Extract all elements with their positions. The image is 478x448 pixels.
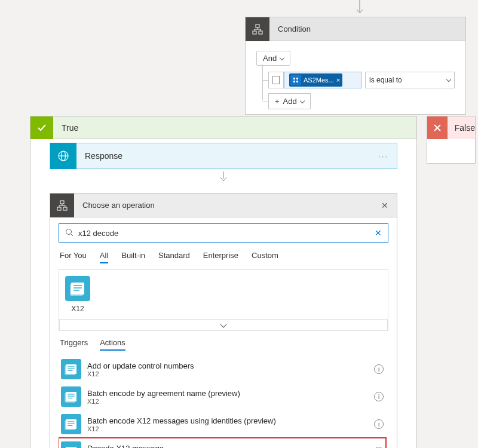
comparator-dropdown[interactable]: is equal to — [365, 72, 455, 88]
true-header[interactable]: True — [30, 116, 416, 139]
response-card[interactable]: Response ··· — [50, 143, 397, 169]
control-icon — [246, 17, 269, 41]
connector-x12[interactable]: X12 — [65, 276, 90, 313]
tab-custom[interactable]: Custom — [252, 251, 278, 263]
tree-line — [262, 102, 268, 102]
operation-chooser-body: ✕ For You All Built-in Standard Enterpri… — [50, 217, 397, 448]
tab-standard[interactable]: Standard — [158, 251, 190, 263]
operation-chooser-header: Choose an operation ✕ — [50, 194, 397, 217]
svg-rect-3 — [259, 31, 262, 34]
false-branch: False — [427, 116, 476, 164]
tab-actions[interactable]: Actions — [100, 338, 125, 351]
svg-rect-6 — [293, 81, 295, 82]
condition-header[interactable]: Condition — [246, 17, 465, 41]
condition-add-row: + Add — [268, 93, 455, 109]
condition-body: And AS2Mes... × is equal t — [246, 41, 465, 114]
info-icon[interactable]: i — [374, 419, 384, 429]
connector-name: X12 — [71, 305, 84, 313]
svg-line-16 — [71, 234, 73, 236]
condition-title: Condition — [278, 24, 311, 33]
action-list: Add or update control numbers X12 i Batc… — [59, 355, 388, 448]
add-label: Add — [283, 97, 297, 106]
chevron-down-icon — [299, 98, 304, 103]
svg-rect-31 — [66, 392, 76, 401]
action-title: Batch encode X12 messages using identiti… — [87, 416, 368, 425]
expand-connectors-button[interactable] — [59, 319, 388, 331]
response-title: Response — [85, 151, 378, 161]
connector-filter-tabs: For You All Built-in Standard Enterprise… — [60, 251, 387, 263]
action-title: Batch encode by agreement name (preview) — [87, 389, 368, 398]
cross-icon — [427, 116, 448, 139]
svg-rect-2 — [253, 31, 256, 34]
operation-chooser-title: Choose an operation — [82, 201, 381, 210]
tab-built-in[interactable]: Built-in — [121, 251, 145, 263]
x12-icon — [61, 386, 81, 407]
info-icon[interactable]: i — [374, 364, 384, 374]
svg-rect-13 — [57, 207, 61, 210]
dynamic-token[interactable]: AS2Mes... × — [289, 73, 342, 87]
operand-left[interactable]: AS2Mes... × — [284, 72, 361, 88]
svg-rect-14 — [63, 207, 67, 210]
more-icon[interactable]: ··· — [378, 152, 397, 161]
chevron-down-icon — [446, 77, 451, 82]
tab-all[interactable]: All — [100, 251, 108, 263]
tree-line — [262, 65, 263, 100]
add-row-button[interactable]: + Add — [268, 93, 311, 109]
operation-chooser: Choose an operation ✕ ✕ For You All — [50, 193, 397, 448]
action-subtitle: X12 — [87, 370, 368, 378]
condition-card: Condition And AS2Mes... × — [245, 17, 466, 115]
group-operator-label: And — [263, 54, 277, 63]
token-label: AS2Mes... — [304, 76, 334, 84]
close-icon[interactable]: ✕ — [381, 201, 397, 210]
clear-search-button[interactable]: ✕ — [375, 228, 382, 238]
designer-canvas: Condition And AS2Mes... × — [0, 0, 478, 448]
tab-enterprise[interactable]: Enterprise — [203, 251, 238, 263]
x12-icon — [65, 276, 90, 301]
svg-rect-1 — [256, 24, 259, 27]
action-item[interactable]: Add or update control numbers X12 i — [59, 355, 386, 383]
tab-triggers[interactable]: Triggers — [60, 338, 88, 351]
token-remove[interactable]: × — [336, 76, 340, 84]
action-subtitle: X12 — [87, 425, 368, 432]
info-icon[interactable]: i — [374, 392, 384, 401]
connector-gallery: X12 — [59, 269, 388, 331]
chevron-down-icon — [280, 55, 284, 60]
x12-icon — [61, 441, 81, 448]
true-branch: True Response ··· Choose an operation — [30, 116, 417, 448]
action-item[interactable]: Batch encode by agreement name (preview)… — [59, 383, 386, 410]
group-operator-dropdown[interactable]: And — [256, 51, 290, 66]
false-label: False — [455, 123, 475, 133]
action-subtitle: X12 — [87, 398, 368, 405]
svg-rect-37 — [66, 419, 76, 429]
action-item[interactable]: Decode X12 message X12 i — [59, 438, 386, 448]
condition-row: AS2Mes... × is equal to — [268, 72, 455, 88]
false-header[interactable]: False — [427, 116, 475, 139]
svg-rect-7 — [296, 81, 298, 82]
action-text: Decode X12 message X12 — [87, 444, 368, 449]
control-icon — [50, 194, 74, 217]
search-input[interactable] — [78, 229, 370, 238]
search-icon — [65, 228, 73, 238]
comparator-label: is equal to — [369, 76, 402, 84]
tab-for-you[interactable]: For You — [60, 251, 87, 263]
action-title: Add or update control numbers — [87, 361, 368, 370]
as2-icon — [290, 75, 301, 85]
row-checkbox[interactable] — [268, 72, 284, 88]
check-icon — [30, 116, 53, 139]
false-body — [427, 139, 475, 163]
action-text: Add or update control numbers X12 — [87, 361, 368, 378]
svg-rect-5 — [296, 78, 298, 79]
action-item[interactable]: Batch encode X12 messages using identiti… — [59, 410, 386, 438]
action-text: Batch encode by agreement name (preview)… — [87, 389, 368, 405]
connector-arrow-top — [356, 0, 363, 17]
svg-point-15 — [66, 229, 72, 234]
search-wrap: ✕ — [59, 223, 388, 243]
x12-icon — [61, 414, 81, 434]
connector-arrow-mid — [30, 171, 416, 183]
true-body: Response ··· Choose an operation ✕ — [30, 143, 416, 448]
svg-rect-25 — [66, 364, 76, 374]
chevron-down-icon — [220, 321, 226, 327]
action-text: Batch encode X12 messages using identiti… — [87, 416, 368, 432]
action-title: Decode X12 message — [87, 444, 368, 449]
triggers-actions-tabs: Triggers Actions — [60, 338, 387, 351]
